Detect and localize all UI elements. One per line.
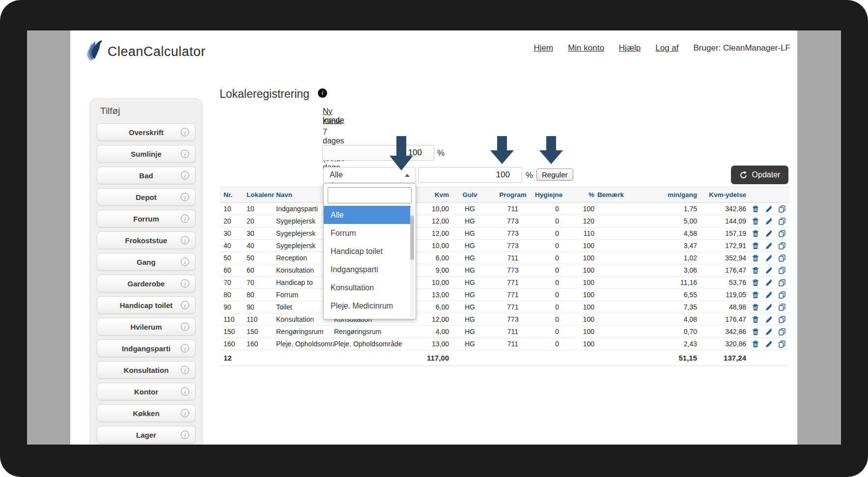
info-icon[interactable]: i <box>181 431 189 439</box>
edit-icon[interactable] <box>765 279 772 286</box>
delete-icon[interactable] <box>752 267 759 274</box>
col-kvm-ydelse[interactable]: Kvm-ydelse <box>697 187 746 203</box>
info-icon[interactable]: i <box>181 215 189 223</box>
col-pct[interactable]: % <box>563 187 595 203</box>
copy-icon[interactable] <box>779 205 785 213</box>
sidebar-add-button[interactable]: Overskrift i <box>97 123 196 141</box>
info-icon[interactable]: i <box>181 193 189 201</box>
copy-icon[interactable] <box>779 316 785 323</box>
opdater-button[interactable]: Opdater <box>731 166 788 184</box>
info-icon[interactable]: i <box>181 323 189 331</box>
info-icon[interactable]: i <box>181 388 189 396</box>
copy-icon[interactable] <box>779 254 785 262</box>
dropdown-option[interactable]: Forrum <box>324 224 411 242</box>
edit-icon[interactable] <box>765 291 772 299</box>
total-min-gang: 51,15 <box>645 350 697 366</box>
cell-lokalenr: 80 <box>247 289 276 301</box>
delete-icon[interactable] <box>752 316 759 323</box>
copy-icon[interactable] <box>779 218 785 225</box>
col-kvm[interactable]: Kvm <box>413 187 449 203</box>
sidebar-button-label: Overskrift <box>129 128 164 137</box>
delete-icon[interactable] <box>752 304 759 311</box>
dropdown-search-input[interactable] <box>328 187 412 203</box>
info-icon[interactable]: i <box>181 128 189 137</box>
copy-icon[interactable] <box>779 304 785 311</box>
dropdown-option[interactable]: Konsultation <box>324 279 411 297</box>
delete-icon[interactable] <box>752 340 759 348</box>
edit-icon[interactable] <box>765 230 772 237</box>
copy-icon[interactable] <box>779 328 785 336</box>
edit-icon[interactable] <box>765 218 772 225</box>
delete-icon[interactable] <box>752 279 759 286</box>
dropdown-scrollbar-track[interactable] <box>410 206 414 317</box>
info-icon[interactable]: i <box>181 258 189 266</box>
sidebar-add-button[interactable]: Frokoststue i <box>97 231 196 249</box>
edit-icon[interactable] <box>765 242 772 250</box>
copy-icon[interactable] <box>779 291 785 299</box>
col-bemaerk[interactable]: Bemærk <box>595 187 645 203</box>
col-nr[interactable]: Nr. <box>220 187 247 203</box>
sidebar-add-button[interactable]: Konsultation i <box>97 361 196 379</box>
reguler-procent-input[interactable] <box>418 167 522 183</box>
edit-icon[interactable] <box>765 254 772 262</box>
info-icon[interactable]: i <box>181 150 189 158</box>
reguler-button[interactable]: Reguler <box>536 168 573 181</box>
nav-link[interactable]: Hjælp <box>619 43 641 53</box>
edit-icon[interactable] <box>765 328 772 336</box>
col-lokalenr[interactable]: Lokalenr <box>247 187 276 203</box>
delete-icon[interactable] <box>752 291 759 299</box>
delete-icon[interactable] <box>752 328 759 336</box>
dropdown-option[interactable]: Handicap toilet <box>324 242 411 260</box>
delete-icon[interactable] <box>752 230 759 237</box>
dropdown-option[interactable]: Pleje. Medicinrum <box>324 297 411 315</box>
copy-icon[interactable] <box>779 340 785 348</box>
sidebar-add-button[interactable]: Køkken i <box>97 404 196 422</box>
nav-link[interactable]: Log af <box>655 43 678 53</box>
sidebar-add-button[interactable]: Hvilerum i <box>97 318 196 336</box>
copy-icon[interactable] <box>779 242 785 250</box>
edit-icon[interactable] <box>765 304 772 311</box>
delete-icon[interactable] <box>752 242 759 250</box>
sidebar-add-button[interactable]: Handicap toilet i <box>97 296 196 314</box>
sidebar-add-button[interactable]: Lager i <box>97 426 196 444</box>
delete-icon[interactable] <box>752 205 759 213</box>
sidebar-add-button[interactable]: Sumlinje i <box>97 145 196 163</box>
delete-icon[interactable] <box>752 218 759 225</box>
edit-icon[interactable] <box>765 340 772 348</box>
copy-icon[interactable] <box>779 267 785 274</box>
edit-icon[interactable] <box>765 316 772 323</box>
copy-icon[interactable] <box>779 230 785 237</box>
nav-link[interactable]: Min konto <box>568 43 604 53</box>
delete-icon[interactable] <box>752 254 759 262</box>
col-program[interactable]: Program <box>491 187 535 203</box>
info-icon[interactable]: i <box>181 236 189 245</box>
dropdown-option[interactable]: Indgangsparti <box>324 260 411 279</box>
sidebar-add-button[interactable]: Indgangsparti i <box>97 339 196 357</box>
standard-procent-input[interactable] <box>322 145 434 161</box>
info-icon[interactable]: i <box>181 280 189 288</box>
sidebar-add-button[interactable]: Depot i <box>97 188 196 206</box>
sidebar-add-button[interactable]: Gang i <box>97 253 196 271</box>
info-icon[interactable]: i <box>181 171 189 180</box>
sidebar-add-button[interactable]: Kontor i <box>97 383 196 400</box>
page-info-icon[interactable]: i <box>318 88 327 98</box>
sidebar-add-button[interactable]: Bad i <box>97 167 196 184</box>
edit-icon[interactable] <box>765 205 772 213</box>
sidebar-add-button[interactable]: Garderobe i <box>97 275 196 292</box>
sidebar-add-button[interactable]: Forrum i <box>97 210 196 227</box>
cell-min-gang: 11,16 <box>645 277 697 289</box>
info-icon[interactable]: i <box>181 409 189 418</box>
copy-icon[interactable] <box>779 279 785 286</box>
col-gulv[interactable]: Gulv <box>449 187 491 203</box>
dropdown-option[interactable]: Alle <box>324 206 411 224</box>
info-icon[interactable]: i <box>181 344 189 353</box>
edit-icon[interactable] <box>765 267 772 274</box>
dropdown-scrollbar-thumb[interactable] <box>410 216 414 260</box>
nav-link[interactable]: Hjem <box>533 43 553 53</box>
info-icon[interactable]: i <box>181 301 189 309</box>
cell-min-gang: 6,55 <box>645 289 697 301</box>
cell-min-gang: 3,47 <box>645 240 697 252</box>
info-icon[interactable]: i <box>181 366 189 374</box>
col-min-gang[interactable]: min/gang <box>645 187 697 203</box>
col-hygiejne[interactable]: Hygiejne <box>535 187 563 203</box>
